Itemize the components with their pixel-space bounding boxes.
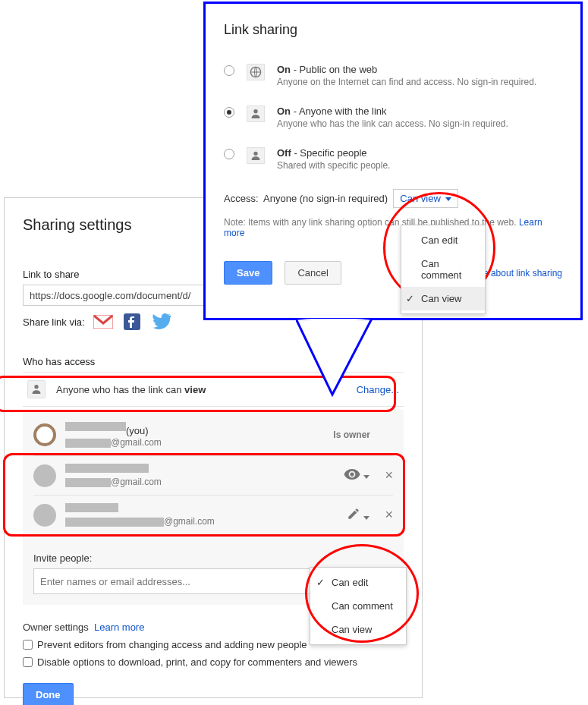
radio-icon[interactable] bbox=[224, 149, 234, 159]
link-person-icon bbox=[247, 105, 265, 122]
link-sharing-popout: Link sharing On - Public on the web Anyo… bbox=[203, 2, 583, 320]
invite-people-label: Invite people: bbox=[33, 552, 393, 564]
chevron-down-icon bbox=[445, 197, 451, 201]
remove-person-button[interactable]: × bbox=[385, 507, 393, 523]
svg-rect-6 bbox=[253, 116, 259, 118]
link-sharing-note: Note: Items with any link sharing option… bbox=[224, 217, 562, 238]
access-label: Access: bbox=[224, 193, 259, 204]
save-button[interactable]: Save bbox=[224, 261, 272, 285]
person-icon bbox=[247, 147, 265, 164]
option-sub: Anyone who has the link can access. No s… bbox=[277, 118, 508, 129]
link-access-summary: Anyone who has the link can view bbox=[56, 384, 346, 395]
invite-menu-label: Can edit bbox=[332, 577, 368, 588]
radio-icon[interactable] bbox=[224, 65, 234, 76]
option-label-bold: On bbox=[277, 105, 291, 117]
owner-settings-learn-more[interactable]: Learn more bbox=[94, 622, 144, 633]
viewer-email-suffix: @gmail.com bbox=[111, 477, 162, 487]
radio-icon[interactable] bbox=[224, 107, 234, 118]
link-access-row: Anyone who has the link can view Change.… bbox=[23, 372, 404, 407]
invite-permission-menu: ✓ Can edit Can comment Can view bbox=[310, 567, 407, 645]
share-link-via-label: Share link via: bbox=[23, 316, 85, 328]
perm-menu-label: Can comment bbox=[421, 258, 461, 281]
avatar bbox=[33, 464, 56, 487]
invite-menu-can-edit[interactable]: ✓ Can edit bbox=[310, 571, 406, 594]
access-permission-select[interactable]: Can view bbox=[393, 189, 458, 208]
owner-settings-label: Owner settings bbox=[23, 622, 89, 633]
link-option-anyone-with-link[interactable]: On - Anyone with the link Anyone who has… bbox=[224, 105, 562, 129]
change-link-access[interactable]: Change... bbox=[357, 384, 399, 395]
avatar bbox=[33, 504, 56, 527]
invite-menu-label: Can comment bbox=[332, 600, 393, 612]
invite-menu-label: Can view bbox=[332, 624, 372, 635]
cancel-button[interactable]: Cancel bbox=[285, 261, 341, 285]
avatar bbox=[33, 423, 56, 446]
prevent-editors-checkbox[interactable] bbox=[23, 640, 33, 650]
owner-you-suffix: (you) bbox=[126, 425, 149, 436]
gmail-icon[interactable] bbox=[93, 313, 114, 330]
permission-dropdown-view[interactable] bbox=[344, 469, 369, 482]
check-icon: ✓ bbox=[316, 577, 325, 588]
perm-menu-label: Can view bbox=[421, 293, 461, 304]
option-label-rest: - Specific people bbox=[291, 147, 367, 159]
disable-download-checkbox[interactable] bbox=[23, 657, 33, 667]
link-access-summary-perm: view bbox=[184, 384, 206, 395]
twitter-icon[interactable] bbox=[150, 313, 171, 330]
remove-person-button[interactable]: × bbox=[385, 467, 393, 483]
invite-people-input[interactable] bbox=[33, 568, 352, 594]
svg-point-2 bbox=[34, 385, 38, 389]
invite-menu-can-comment[interactable]: Can comment bbox=[310, 594, 406, 618]
link-option-specific-people[interactable]: Off - Specific people Shared with specif… bbox=[224, 147, 562, 171]
invite-menu-can-view[interactable]: Can view bbox=[310, 618, 406, 641]
owner-role-label: Is owner bbox=[333, 430, 370, 440]
option-label-rest: - Anyone with the link bbox=[291, 105, 386, 117]
permission-dropdown-edit[interactable] bbox=[347, 507, 369, 523]
people-with-access-list: (you) @gmail.com Is owner @gmail.com × bbox=[23, 410, 404, 543]
editor-email-suffix: @gmail.com bbox=[164, 516, 215, 527]
facebook-icon[interactable] bbox=[121, 313, 143, 330]
access-permission-label: Can view bbox=[400, 193, 440, 204]
check-icon: ✓ bbox=[406, 293, 414, 304]
owner-email-suffix: @gmail.com bbox=[111, 437, 162, 448]
option-label-bold: Off bbox=[277, 147, 291, 159]
option-sub: Shared with specific people. bbox=[277, 160, 390, 171]
disable-download-checkbox-row[interactable]: Disable options to download, print, and … bbox=[23, 656, 404, 668]
svg-point-7 bbox=[253, 152, 257, 156]
who-has-access-label: Who has access bbox=[23, 356, 404, 367]
perm-menu-can-view[interactable]: ✓ Can view bbox=[401, 287, 485, 310]
link-sharing-title: Link sharing bbox=[224, 22, 562, 38]
access-line: Access: Anyone (no sign-in required) Can… bbox=[224, 189, 562, 208]
link-access-summary-prefix: Anyone who has the link can bbox=[56, 384, 184, 395]
access-permission-menu: Can edit Can comment ✓ Can view bbox=[401, 225, 486, 314]
perm-menu-can-comment[interactable]: Can comment bbox=[401, 252, 485, 287]
done-button[interactable]: Done bbox=[23, 683, 74, 705]
people-row-editor: @gmail.com × bbox=[33, 496, 393, 534]
option-sub: Anyone on the Internet can find and acce… bbox=[277, 77, 536, 87]
link-person-icon bbox=[27, 380, 46, 398]
svg-rect-3 bbox=[33, 392, 39, 393]
option-label-rest: - Public on the web bbox=[291, 64, 377, 75]
people-row-viewer: @gmail.com × bbox=[33, 456, 393, 496]
option-label-bold: On bbox=[277, 64, 291, 75]
perm-menu-label: Can edit bbox=[421, 234, 458, 246]
svg-point-5 bbox=[253, 109, 257, 113]
perm-menu-can-edit[interactable]: Can edit bbox=[401, 228, 485, 252]
disable-download-label: Disable options to download, print, and … bbox=[37, 656, 357, 668]
prevent-editors-label: Prevent editors from changing access and… bbox=[37, 639, 307, 650]
link-option-public[interactable]: On - Public on the web Anyone on the Int… bbox=[224, 64, 562, 87]
globe-icon bbox=[247, 64, 265, 80]
access-who: Anyone (no sign-in required) bbox=[263, 193, 388, 204]
people-row-owner: (you) @gmail.com Is owner bbox=[33, 414, 393, 456]
